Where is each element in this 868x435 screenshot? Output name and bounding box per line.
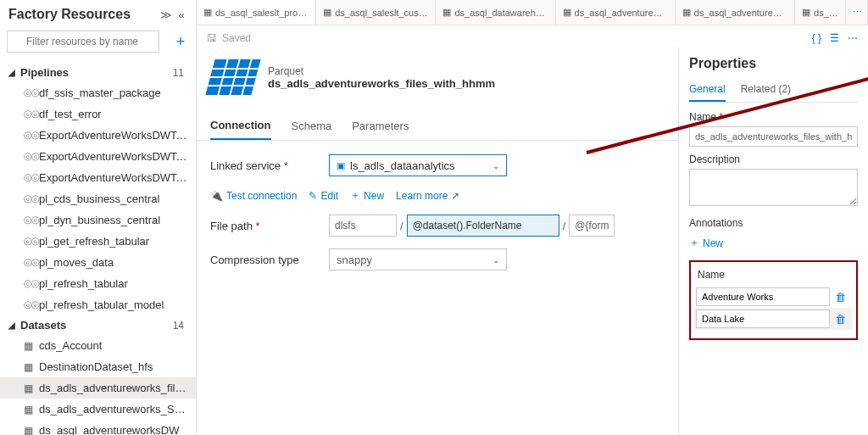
subtab-connection[interactable]: Connection xyxy=(210,112,271,140)
pencil-icon: ✎ xyxy=(309,190,317,202)
expand-all-icon[interactable]: ≫ xyxy=(160,8,172,21)
tab[interactable]: ▦ds_asql_datawarehouse xyxy=(436,0,555,25)
annotation-row: 🗑 xyxy=(694,286,853,308)
container-input[interactable] xyxy=(329,215,397,237)
subtab-schema[interactable]: Schema xyxy=(292,113,332,139)
chevron-down-icon: ⌄ xyxy=(492,255,499,265)
tree-item[interactable]: ⦾⦾ExportAdventureWorksDWToParque... xyxy=(0,146,196,167)
tree-item[interactable]: ▦cds_Account xyxy=(0,335,196,356)
delete-icon[interactable]: 🗑 xyxy=(835,291,846,304)
pipeline-icon: ⦾⦾ xyxy=(24,193,39,205)
section-pipelines[interactable]: ◢ Pipelines 11 xyxy=(0,63,196,82)
properties-tab-related[interactable]: Related (2) xyxy=(741,80,791,102)
linked-service-select[interactable]: ▣ ls_adls_dataanalytics ⌄ xyxy=(329,154,507,176)
tab[interactable]: ▦ds_asql_saleslt_custo... xyxy=(316,0,436,25)
test-connection-link[interactable]: 🔌Test connection xyxy=(210,190,297,202)
tree-item[interactable]: ⦾⦾df_test_error xyxy=(0,103,196,125)
new-link[interactable]: ＋New xyxy=(350,188,384,203)
learn-more-link[interactable]: Learn more ↗ xyxy=(396,190,459,202)
table-icon: ▦ xyxy=(203,7,212,18)
tree-item[interactable]: ▦ds_adls_adventureworks_Sales_with_... xyxy=(0,399,196,420)
tree-item[interactable]: ▦DestinationDataset_hfs xyxy=(0,356,196,377)
properties-title: Properties xyxy=(689,56,858,71)
edit-link[interactable]: ✎Edit xyxy=(309,190,338,202)
tab[interactable]: ▦ds_asql_adventurewo... xyxy=(676,0,795,25)
parquet-icon xyxy=(205,59,260,95)
pipeline-icon: ⦾⦾ xyxy=(24,278,39,290)
prop-name-label: Name * xyxy=(689,111,858,123)
table-icon: ▦ xyxy=(24,404,39,415)
file-path-label: File path * xyxy=(210,220,329,232)
external-link-icon: ↗ xyxy=(451,190,459,202)
pipeline-icon: ⦾⦾ xyxy=(24,236,39,248)
annotation-row: 🗑 xyxy=(694,308,853,330)
properties-tab-general[interactable]: General xyxy=(689,80,726,102)
annotations-label: Annotations xyxy=(689,217,858,229)
tab[interactable]: ▦ds_asql_saleslt_product xyxy=(197,0,316,25)
folder-expression-input[interactable] xyxy=(407,215,559,237)
section-datasets[interactable]: ◢ Datasets 14 xyxy=(0,315,196,335)
main-area: ▦ds_asql_saleslt_product ▦ds_asql_salesl… xyxy=(197,0,868,435)
plus-icon: ＋ xyxy=(350,188,360,203)
table-icon: ▦ xyxy=(563,7,571,18)
tree-item[interactable]: ▦ds_adls_adventureworks_files_with_h... xyxy=(0,377,196,399)
tree-item[interactable]: ▦ds_asql_adventureworksDW xyxy=(0,420,196,435)
tree-item[interactable]: ⦾⦾ExportAdventureWorksDWToParque... xyxy=(0,167,196,188)
table-icon: ▦ xyxy=(802,7,810,18)
tree-item[interactable]: ⦾⦾pl_refresh_tabular xyxy=(0,273,196,294)
properties-panel: Properties General Related (2) Name * De… xyxy=(678,47,868,435)
tree-item[interactable]: ⦾⦾df_ssis_master_package xyxy=(0,82,196,103)
filter-input[interactable] xyxy=(7,31,159,53)
storage-icon: ▣ xyxy=(337,160,345,171)
annotation-input[interactable] xyxy=(696,287,830,306)
properties-toggle-icon[interactable]: ☰ xyxy=(830,32,839,44)
table-icon: ▦ xyxy=(682,7,691,18)
collapse-sidebar-icon[interactable]: « xyxy=(175,8,187,21)
pipeline-icon: ⦾⦾ xyxy=(24,299,39,311)
pipeline-icon: ⦾⦾ xyxy=(24,257,39,269)
pipeline-icon: ⦾⦾ xyxy=(24,87,39,99)
prop-name-input[interactable] xyxy=(689,126,858,147)
subtab-parameters[interactable]: Parameters xyxy=(352,113,409,139)
tree-item[interactable]: ⦾⦾pl_cds_business_central xyxy=(0,188,196,209)
editor-tabs: ▦ds_asql_saleslt_product ▦ds_asql_salesl… xyxy=(197,0,868,25)
pipeline-icon: ⦾⦾ xyxy=(24,215,39,226)
saved-label: Saved xyxy=(222,32,251,44)
chevron-down-icon: ⌄ xyxy=(492,161,499,170)
add-resource-button[interactable]: + xyxy=(172,33,189,51)
sidebar-title: Factory Resources xyxy=(8,7,157,22)
tree-item[interactable]: ⦾⦾ExportAdventureWorksDWToParque... xyxy=(0,125,196,146)
prop-description-input[interactable] xyxy=(689,169,858,206)
prop-description-label: Description xyxy=(689,153,858,165)
table-icon: ▦ xyxy=(442,7,451,18)
linked-service-label: Linked service * xyxy=(210,159,329,172)
compression-label: Compression type xyxy=(210,254,329,266)
tab[interactable]: ▦ds_asql_adventurewo... xyxy=(556,0,676,25)
delete-icon[interactable]: 🗑 xyxy=(835,313,846,326)
json-view-icon[interactable]: { } xyxy=(812,32,821,44)
tree-item[interactable]: ⦾⦾pl_get_refresh_tabular xyxy=(0,231,196,252)
annotations-name-header: Name xyxy=(694,267,853,286)
new-annotation-button[interactable]: ＋New xyxy=(689,236,723,250)
chevron-down-icon: ◢ xyxy=(8,68,20,77)
plus-icon: ＋ xyxy=(689,236,699,250)
tabs-overflow[interactable]: ⋯ xyxy=(846,0,868,25)
file-expression-input[interactable] xyxy=(569,215,615,237)
tab[interactable]: ▦ds_adls xyxy=(795,0,846,25)
pipeline-icon: ⦾⦾ xyxy=(24,172,39,184)
annotation-input[interactable] xyxy=(696,310,830,328)
table-icon: ▦ xyxy=(323,7,331,18)
pipeline-icon: ⦾⦾ xyxy=(24,151,39,163)
save-icon: 🖫 xyxy=(207,32,217,44)
tree-item[interactable]: ⦾⦾pl_moves_data xyxy=(0,252,196,273)
more-icon[interactable]: ⋯ xyxy=(848,32,858,44)
table-icon: ▦ xyxy=(24,425,39,436)
annotations-highlight: Name 🗑 🗑 xyxy=(689,260,858,340)
compression-select[interactable]: snappy ⌄ xyxy=(329,248,507,270)
tree-item[interactable]: ⦾⦾pl_dyn_business_central xyxy=(0,209,196,231)
factory-resources-sidebar: Factory Resources ≫ « ⌕ + ◢ Pipelines 11… xyxy=(0,0,197,435)
dataset-name: ds_adls_adventureworks_files_with_hhmm xyxy=(268,77,495,90)
table-icon: ▦ xyxy=(24,340,39,352)
dataset-type: Parquet xyxy=(268,65,495,77)
tree-item[interactable]: ⦾⦾pl_refresh_tabular_model xyxy=(0,294,196,315)
